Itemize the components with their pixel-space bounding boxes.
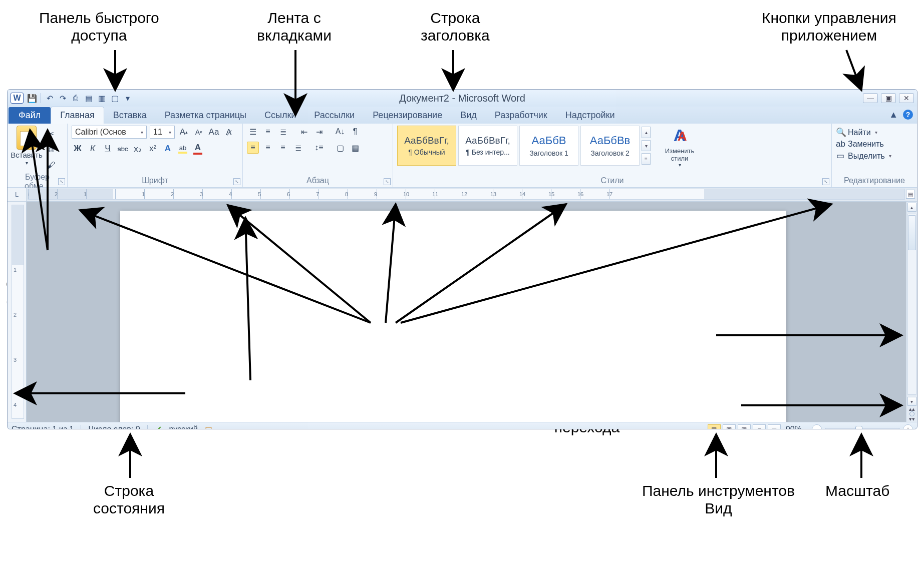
- proofing-icon[interactable]: ✔: [155, 424, 162, 430]
- scroll-thumb[interactable]: [908, 215, 916, 250]
- qat-icon-1[interactable]: ⎙: [70, 93, 81, 104]
- tab-developer[interactable]: Разработчик: [486, 107, 556, 124]
- tab-home[interactable]: Главная: [51, 107, 104, 124]
- subscript-icon[interactable]: x₂: [132, 143, 144, 155]
- select-button[interactable]: ▭Выделить▾: [836, 151, 913, 161]
- italic-icon[interactable]: К: [87, 143, 99, 155]
- browse-object: ▴▴ ▾▾: [909, 407, 915, 421]
- scroll-track[interactable]: [907, 214, 916, 395]
- shading-icon[interactable]: ▢: [334, 142, 346, 154]
- underline-icon[interactable]: Ч: [102, 143, 114, 155]
- view-outline-icon[interactable]: ≡: [753, 424, 766, 430]
- view-full-screen-icon[interactable]: ▣: [723, 424, 736, 430]
- ruler-toggle-icon[interactable]: ▤: [906, 190, 915, 199]
- qat-undo-icon[interactable]: ↶: [44, 93, 55, 104]
- borders-icon[interactable]: ▦: [349, 142, 361, 154]
- horizontal-ruler[interactable]: 3211234567891011121314151617: [28, 189, 905, 200]
- shrink-font-icon[interactable]: A▾: [193, 126, 205, 138]
- bold-icon[interactable]: Ж: [72, 143, 84, 155]
- maximize-button[interactable]: ▣: [881, 93, 896, 103]
- help-icon[interactable]: ?: [903, 110, 913, 120]
- font-color-icon[interactable]: A: [192, 143, 204, 155]
- show-marks-icon[interactable]: ¶: [349, 126, 361, 138]
- qat-icon-3[interactable]: ▥: [96, 93, 107, 104]
- qat-icon-2[interactable]: ▤: [83, 93, 94, 104]
- replace-button[interactable]: abЗаменить: [836, 139, 913, 149]
- status-language[interactable]: русский: [169, 425, 198, 430]
- tab-references[interactable]: Ссылки: [255, 107, 305, 124]
- tab-mailings[interactable]: Рассылки: [305, 107, 364, 124]
- document-page[interactable]: [120, 211, 786, 429]
- style-no-spacing[interactable]: АаБбВвГг, ¶ Без интер...: [458, 126, 517, 166]
- view-web-icon[interactable]: ▥: [738, 424, 751, 430]
- align-justify-icon[interactable]: ≣: [292, 142, 304, 154]
- tab-page-layout[interactable]: Разметка страницы: [156, 107, 255, 124]
- zoom-thumb[interactable]: [855, 426, 862, 430]
- tab-file[interactable]: Файл: [9, 107, 51, 124]
- style-normal[interactable]: АаБбВвГг, ¶ Обычный: [397, 126, 456, 166]
- styles-dialog-launcher[interactable]: ⤡: [822, 178, 829, 185]
- font-name-combo[interactable]: Calibri (Основ▾: [72, 126, 147, 139]
- style-heading1[interactable]: АаБбВ Заголовок 1: [519, 126, 578, 166]
- prev-object-icon[interactable]: ▴▴: [909, 407, 915, 411]
- text-effects-icon[interactable]: A: [162, 143, 174, 155]
- minimize-button[interactable]: —: [863, 93, 878, 103]
- change-case-icon[interactable]: Aa: [208, 126, 220, 138]
- view-draft-icon[interactable]: ▭: [768, 424, 781, 430]
- qat-save-icon[interactable]: 💾: [27, 93, 38, 104]
- tab-addins[interactable]: Надстройки: [556, 107, 624, 124]
- next-object-icon[interactable]: ▾▾: [909, 417, 915, 421]
- increase-indent-icon[interactable]: ⇥: [313, 126, 325, 138]
- superscript-icon[interactable]: x²: [147, 143, 159, 155]
- macro-icon[interactable]: ◻: [205, 424, 212, 430]
- zoom-in-button[interactable]: +: [903, 424, 913, 430]
- bullets-icon[interactable]: ☰: [247, 126, 259, 138]
- styles-more[interactable]: ≡: [642, 153, 651, 165]
- scroll-up-button[interactable]: ▴: [907, 203, 916, 212]
- paragraph-dialog-launcher[interactable]: ⤡: [384, 178, 391, 185]
- tab-review[interactable]: Рецензирование: [364, 107, 451, 124]
- clear-format-icon[interactable]: A̷: [223, 126, 235, 138]
- numbering-icon[interactable]: ≡: [262, 126, 274, 138]
- copy-icon[interactable]: ⧉: [45, 144, 57, 156]
- qat-icon-4[interactable]: ▢: [109, 93, 120, 104]
- styles-scroll-down[interactable]: ▾: [642, 140, 651, 152]
- align-center-icon[interactable]: ≡: [262, 142, 274, 154]
- ribbon-tabs: Файл Главная Вставка Разметка страницы С…: [8, 107, 917, 124]
- format-painter-icon[interactable]: 🖌: [45, 160, 57, 172]
- line-spacing-icon[interactable]: ↕≡: [313, 142, 325, 154]
- paste-button[interactable]: Вставить ▾: [12, 126, 42, 166]
- status-page[interactable]: Страница: 1 из 1: [12, 425, 74, 430]
- qat-redo-icon[interactable]: ↷: [57, 93, 68, 104]
- find-button[interactable]: 🔍Найти▾: [836, 127, 913, 138]
- font-dialog-launcher[interactable]: ⤡: [233, 178, 240, 185]
- scroll-down-button[interactable]: ▾: [907, 397, 916, 406]
- style-heading2[interactable]: АаБбВв Заголовок 2: [580, 126, 640, 166]
- zoom-out-button[interactable]: −: [812, 424, 822, 430]
- strike-icon[interactable]: abc: [117, 143, 129, 155]
- decrease-indent-icon[interactable]: ⇤: [298, 126, 310, 138]
- styles-scroll-up[interactable]: ▴: [642, 127, 651, 138]
- change-styles-button[interactable]: A Изменить стили ▾: [660, 126, 700, 168]
- tab-insert[interactable]: Вставка: [104, 107, 156, 124]
- zoom-track[interactable]: [825, 428, 900, 430]
- close-button[interactable]: ✕: [899, 93, 914, 103]
- status-word-count[interactable]: Число слов: 0: [88, 425, 140, 430]
- align-left-icon[interactable]: ≡: [247, 142, 259, 154]
- qat-customize-icon[interactable]: ▾: [122, 93, 133, 104]
- multilevel-icon[interactable]: ≣: [277, 126, 289, 138]
- zoom-percent[interactable]: 90%: [786, 425, 802, 430]
- tab-view[interactable]: Вид: [451, 107, 486, 124]
- font-size-combo[interactable]: 11▾: [150, 126, 175, 139]
- app-icon[interactable]: W: [11, 93, 24, 104]
- ribbon-collapse-icon[interactable]: ▲: [889, 110, 898, 120]
- tab-selector[interactable]: L: [8, 188, 27, 201]
- sort-icon[interactable]: A↓: [334, 126, 346, 138]
- grow-font-icon[interactable]: A▴: [178, 126, 190, 138]
- highlight-icon[interactable]: ab: [177, 143, 189, 155]
- cut-icon[interactable]: ✂: [45, 128, 57, 140]
- clipboard-dialog-launcher[interactable]: ⤡: [58, 178, 65, 185]
- vertical-ruler[interactable]: 1234: [8, 202, 27, 422]
- view-print-layout-icon[interactable]: ▤: [708, 424, 721, 430]
- align-right-icon[interactable]: ≡: [277, 142, 289, 154]
